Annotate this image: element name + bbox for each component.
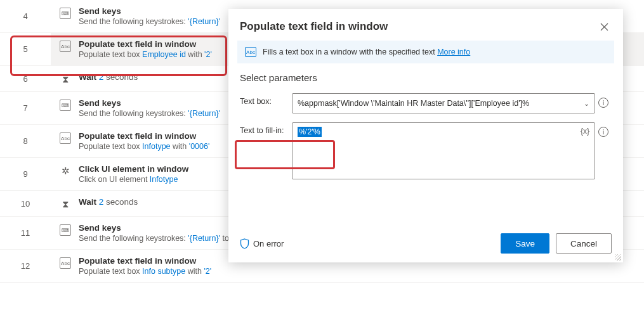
info-icon: i: [598, 98, 608, 108]
hourglass-icon: ⧗: [60, 74, 71, 85]
params-title: Select parameters: [240, 72, 612, 83]
panel-header: Populate text field in window: [228, 9, 623, 41]
param-fillin-row: Text to fill-in: %'2'% {x} i: [240, 122, 612, 179]
params-section: Select parameters Text box: %appmask['Wi…: [228, 72, 623, 227]
button-group: Save Cancel: [501, 233, 612, 254]
textbox-info[interactable]: i: [595, 93, 612, 108]
info-icon: i: [598, 127, 608, 137]
step-title: Wait 2 seconds: [79, 197, 138, 207]
step-text: Wait 2 seconds: [79, 72, 138, 82]
keyboard-icon: ⌨: [60, 224, 71, 236]
step-description: Populate text box Infotype with '0006': [79, 142, 209, 151]
action-config-panel: Populate text field in window Abc Fills …: [228, 9, 623, 262]
step-description: Send the following keystrokes: '{Return}…: [79, 17, 220, 26]
step-title: Wait 2 seconds: [79, 72, 138, 82]
more-info-link[interactable]: More info: [437, 48, 470, 56]
step-description: Populate text box Info subtype with '2': [79, 267, 211, 276]
info-strip: Abc Fills a text box in a window with th…: [237, 41, 614, 63]
click-icon: ✲: [60, 165, 71, 177]
step-text: Send keysSend the following keystrokes: …: [79, 98, 220, 118]
step-title: Populate text field in window: [79, 131, 209, 141]
fillin-textarea[interactable]: %'2'% {x}: [292, 122, 595, 179]
step-text: Populate text field in windowPopulate te…: [79, 131, 209, 151]
step-text: Click UI element in windowClick on UI el…: [79, 164, 188, 184]
textbox-select[interactable]: %appmask['Window \'Maintain HR Master Da…: [292, 93, 595, 113]
step-number: 11: [0, 217, 51, 249]
step-title: Send keys: [79, 98, 220, 108]
resize-grip[interactable]: [615, 254, 621, 261]
cancel-button[interactable]: Cancel: [556, 233, 612, 254]
step-title: Populate text field in window: [79, 39, 212, 49]
abc-icon: Abc: [245, 47, 256, 57]
on-error-toggle[interactable]: On error: [240, 238, 284, 249]
param-textbox-row: Text box: %appmask['Window \'Maintain HR…: [240, 93, 612, 113]
step-number: 7: [0, 92, 51, 124]
step-text: Wait 2 seconds: [79, 197, 138, 207]
step-title: Click UI element in window: [79, 164, 188, 174]
panel-footer: On error Save Cancel: [228, 227, 623, 262]
hourglass-icon: ⧗: [60, 198, 71, 210]
shield-icon: [240, 238, 249, 249]
chevron-down-icon: ⌄: [584, 100, 589, 108]
abc-icon: Abc: [60, 257, 71, 269]
step-description: Populate text box Employee id with '2': [79, 50, 212, 59]
abc-icon: Abc: [60, 132, 71, 144]
fillin-info[interactable]: i: [595, 122, 612, 137]
step-description: Send the following keystrokes: '{Return}…: [79, 109, 220, 118]
keyboard-icon: ⌨: [60, 8, 71, 19]
step-number: 12: [0, 250, 51, 282]
info-text: Fills a text box in a window with the sp…: [263, 48, 470, 56]
step-text: Send keysSend the following keystrokes: …: [79, 6, 220, 26]
textbox-value: %appmask['Window \'Maintain HR Master Da…: [298, 99, 529, 108]
close-button[interactable]: [596, 19, 612, 34]
step-text: Populate text field in windowPopulate te…: [79, 256, 211, 276]
variable-picker[interactable]: {x}: [581, 127, 589, 136]
step-number: 9: [0, 158, 51, 190]
step-number: 4: [0, 0, 51, 32]
step-text: Populate text field in windowPopulate te…: [79, 39, 212, 59]
step-title: Populate text field in window: [79, 256, 211, 266]
step-number: 6: [0, 66, 51, 91]
step-number: 8: [0, 125, 51, 157]
step-title: Send keys: [79, 6, 220, 16]
step-number: 5: [0, 33, 51, 65]
step-description: Click on UI element Infotype: [79, 175, 188, 184]
abc-icon: Abc: [60, 41, 71, 52]
textbox-label: Text box:: [240, 93, 292, 106]
on-error-label: On error: [253, 239, 284, 248]
keyboard-icon: ⌨: [60, 100, 71, 111]
fillin-label: Text to fill-in:: [240, 122, 292, 135]
panel-title: Populate text field in window: [240, 20, 388, 33]
close-icon: [600, 23, 608, 31]
save-button[interactable]: Save: [501, 233, 549, 254]
fillin-value: %'2'%: [298, 127, 322, 137]
step-number: 10: [0, 191, 51, 216]
